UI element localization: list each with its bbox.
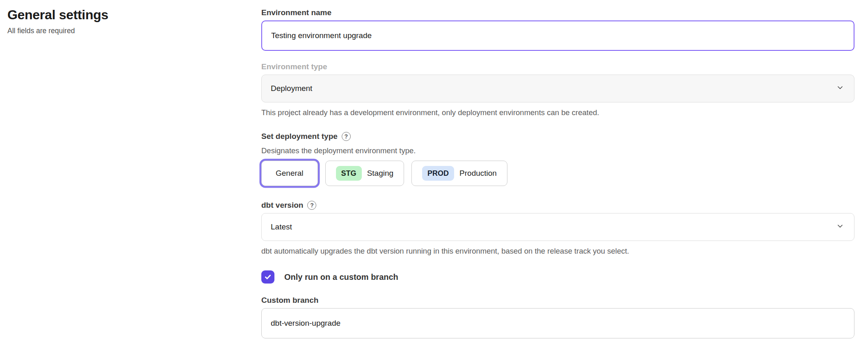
general-settings-page: General settings All fields are required… <box>0 0 868 338</box>
staging-badge: STG <box>336 166 362 181</box>
custom-branch-checkbox-row[interactable]: Only run on a custom branch <box>261 270 854 284</box>
environment-type-field: Environment type Deployment This project… <box>261 62 854 117</box>
production-badge: PROD <box>422 166 454 181</box>
deployment-type-label-row: Set deployment type ? <box>261 132 854 141</box>
help-icon[interactable]: ? <box>307 201 316 210</box>
environment-type-select: Deployment <box>261 75 854 102</box>
deployment-type-production-button[interactable]: PROD Production <box>411 161 507 186</box>
environment-name-field: Environment name <box>261 8 854 51</box>
deployment-type-general-button[interactable]: General <box>261 161 318 186</box>
dbt-version-label-row: dbt version ? <box>261 201 854 210</box>
deployment-type-field: Set deployment type ? Designates the dep… <box>261 132 854 186</box>
page-title: General settings <box>7 7 261 23</box>
dbt-version-field: dbt version ? Latest dbt automatically u… <box>261 201 854 256</box>
help-icon[interactable]: ? <box>342 132 351 141</box>
settings-header: General settings All fields are required <box>7 7 261 338</box>
chevron-down-icon <box>836 84 844 94</box>
custom-branch-label: Custom branch <box>261 296 318 305</box>
environment-name-input[interactable] <box>261 20 854 51</box>
environment-type-helper: This project already has a development e… <box>261 108 854 117</box>
environment-type-label: Environment type <box>261 62 327 71</box>
dbt-version-select[interactable]: Latest <box>261 213 854 241</box>
checkbox-checked-icon[interactable] <box>261 270 274 284</box>
page-subtitle: All fields are required <box>7 27 261 35</box>
deployment-type-options: General STG Staging PROD Production <box>261 161 854 186</box>
custom-branch-field: Custom branch <box>261 296 854 338</box>
dbt-version-helper: dbt automatically upgrades the dbt versi… <box>261 247 854 256</box>
deployment-type-production-label: Production <box>459 169 497 178</box>
deployment-type-staging-label: Staging <box>367 169 393 178</box>
deployment-type-helper: Designates the deployment environment ty… <box>261 146 854 155</box>
dbt-version-label: dbt version <box>261 201 303 210</box>
deployment-type-general-label: General <box>276 169 304 178</box>
custom-branch-checkbox-label: Only run on a custom branch <box>284 272 398 282</box>
chevron-down-icon <box>836 222 844 232</box>
environment-type-value: Deployment <box>271 84 312 93</box>
dbt-version-value: Latest <box>271 222 292 231</box>
environment-name-label: Environment name <box>261 8 331 17</box>
deployment-type-staging-button[interactable]: STG Staging <box>325 161 404 186</box>
deployment-type-label: Set deployment type <box>261 132 338 141</box>
custom-branch-input[interactable] <box>261 308 854 338</box>
settings-form: Environment name Environment type Deploy… <box>261 7 854 338</box>
